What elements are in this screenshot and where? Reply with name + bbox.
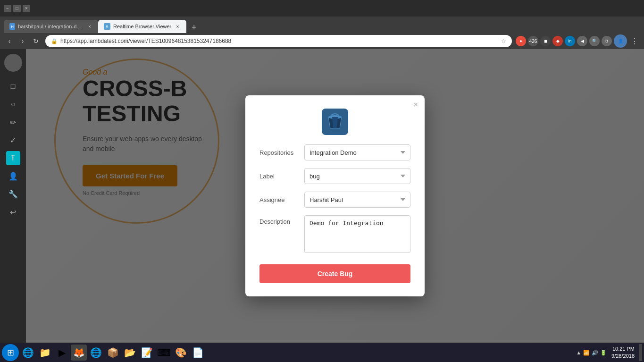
start-button[interactable]: ⊞: [2, 344, 19, 361]
create-bug-modal: ×: [245, 95, 425, 296]
show-desktop[interactable]: [639, 344, 642, 361]
bitbucket-icon: [322, 109, 348, 135]
sidebar-icon-user[interactable]: 👤: [6, 169, 20, 183]
forward-button[interactable]: ›: [17, 35, 28, 47]
sidebar-icon-circle[interactable]: ○: [6, 97, 20, 111]
description-label: Description: [259, 215, 304, 225]
repositories-row: Repositories Integration Demo: [259, 144, 410, 160]
taskbar-kbd[interactable]: ⌨: [156, 345, 172, 361]
taskbar-clock: 10:21 PM 9/28/2018: [608, 345, 638, 360]
maximize-button[interactable]: □: [13, 5, 21, 12]
assignee-row: Assignee Harshit Paul: [259, 192, 410, 208]
sidebar-icon-check[interactable]: ✓: [6, 133, 20, 147]
assignee-select[interactable]: Harshit Paul: [304, 192, 410, 208]
taskbar-filezilla[interactable]: 📂: [122, 345, 138, 361]
menu-button[interactable]: ⋮: [629, 35, 640, 47]
browser-ext-8[interactable]: B: [602, 36, 612, 46]
tab-1-favicon: H: [9, 23, 15, 30]
new-tab-button[interactable]: +: [188, 22, 200, 33]
website-bg: Good a CROSS-B TESTING Ensure your web-a…: [26, 49, 644, 343]
tab-1-label: harshitpaul / integration-demo -...: [18, 24, 84, 29]
sidebar-icon-pencil[interactable]: ✏: [6, 115, 20, 129]
tab-2-favicon: R: [104, 23, 110, 30]
sidebar-icon-tool[interactable]: 🔧: [6, 187, 20, 201]
lock-icon: 🔒: [51, 38, 58, 44]
browser-ext-4[interactable]: ◆: [552, 36, 563, 46]
title-bar: − □ ×: [0, 0, 644, 17]
taskbar-ie[interactable]: 🌐: [20, 345, 36, 361]
taskbar-firefox[interactable]: 🦊: [71, 345, 87, 361]
url-bar[interactable]: 🔒 https://app.lambdatest.com/viewer/TES1…: [45, 35, 512, 47]
taskbar-word[interactable]: 📝: [139, 345, 155, 361]
assignee-label: Assignee: [259, 196, 304, 203]
tab-2-close[interactable]: ×: [174, 23, 181, 30]
reload-button[interactable]: ↻: [30, 35, 42, 47]
modal-close-button[interactable]: ×: [414, 101, 418, 109]
browser-ext-1[interactable]: ●: [516, 36, 526, 46]
description-textarea[interactable]: [304, 215, 410, 253]
tab-2-label: Realtime Browser Viewer: [113, 24, 171, 29]
user-avatar-sidebar: [4, 54, 22, 72]
taskbar-paint[interactable]: 🎨: [173, 345, 189, 361]
tray-network: 📶: [583, 350, 590, 356]
back-button[interactable]: ‹: [4, 35, 15, 47]
label-label: Label: [259, 173, 304, 180]
tray-battery: 🔋: [600, 350, 607, 356]
repositories-label: Repositories: [259, 149, 304, 156]
tab-1[interactable]: H harshitpaul / integration-demo -... ×: [4, 20, 98, 33]
main-content: □ ○ ✏ ✓ T 👤 🔧 ↩ Good a CROSS-B TESTING E…: [0, 49, 644, 343]
taskbar-sublime[interactable]: 📄: [190, 345, 206, 361]
sidebar-icon-undo[interactable]: ↩: [6, 205, 20, 219]
url-text: https://app.lambdatest.com/viewer/TES100…: [60, 38, 231, 44]
user-avatar[interactable]: 👤: [614, 34, 627, 48]
tab-2[interactable]: R Realtime Browser Viewer ×: [98, 20, 186, 33]
repositories-select[interactable]: Integration Demo: [304, 144, 410, 160]
address-bar: ‹ › ↻ 🔒 https://app.lambdatest.com/viewe…: [0, 33, 644, 49]
taskbar-explorer[interactable]: 📁: [37, 345, 53, 361]
browser-ext-5[interactable]: in: [565, 36, 575, 46]
taskbar-pkg[interactable]: 📦: [105, 345, 121, 361]
tabs-bar: H harshitpaul / integration-demo -... × …: [0, 17, 644, 33]
tray-area: ▲ 📶 🔊 🔋: [576, 350, 607, 356]
browser-ext-6[interactable]: ◀: [577, 36, 587, 46]
taskbar-media[interactable]: ▶: [54, 345, 70, 361]
create-bug-button[interactable]: Create Bug: [259, 264, 410, 283]
browser-window: − □ × H harshitpaul / integration-demo -…: [0, 0, 644, 362]
taskbar: ⊞ 🌐 📁 ▶ 🦊 🌐 📦 📂 📝 ⌨ 🎨 📄 ▲ 📶 🔊 🔋 10:21 PM…: [0, 343, 644, 362]
sidebar-icon-select[interactable]: □: [6, 79, 20, 93]
taskbar-chrome[interactable]: 🌐: [88, 345, 104, 361]
description-row: Description: [259, 215, 410, 253]
bookmark-icon[interactable]: ☆: [501, 38, 506, 44]
tab-1-close[interactable]: ×: [87, 23, 92, 30]
minimize-button[interactable]: −: [4, 5, 11, 12]
tray-arrow[interactable]: ▲: [576, 350, 581, 355]
browser-ext-2[interactable]: 426: [528, 36, 538, 46]
modal-overlay: ×: [26, 49, 644, 343]
label-select[interactable]: bugenhancementquestion: [304, 168, 410, 184]
label-row: Label bugenhancementquestion: [259, 168, 410, 184]
browser-ext-7[interactable]: 🔍: [589, 36, 600, 46]
tray-volume: 🔊: [592, 350, 598, 356]
sidebar-icon-text[interactable]: T: [6, 151, 20, 165]
close-window-button[interactable]: ×: [23, 5, 30, 12]
left-sidebar: □ ○ ✏ ✓ T 👤 🔧 ↩: [0, 49, 26, 343]
browser-ext-3[interactable]: ◼: [540, 36, 551, 46]
